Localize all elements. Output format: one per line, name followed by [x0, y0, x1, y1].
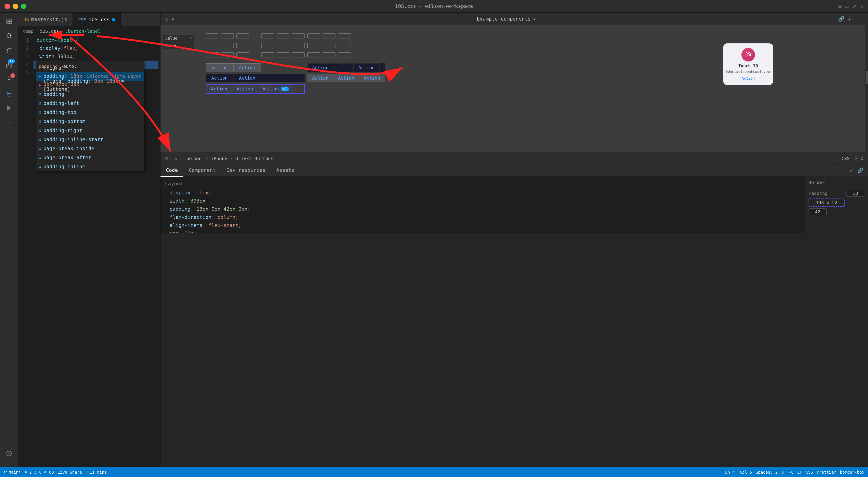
badge: 14	[8, 59, 15, 63]
action-bar-light-3-selected: Action Action Action 42	[206, 84, 305, 94]
bottom-content: Layout display: flex; width: 393px; padd…	[160, 176, 868, 233]
cursor-position[interactable]: Ln 4, Col 5	[725, 470, 752, 475]
source-control-icon[interactable]	[3, 44, 16, 57]
css-icon-ac3: ⚙	[39, 108, 41, 116]
panel-more-icon[interactable]: ···	[855, 16, 864, 22]
language-mode[interactable]: CSS	[806, 470, 813, 475]
css-icon-ac5: ⚙	[39, 126, 41, 135]
extensions-icon[interactable]: 14	[3, 58, 16, 71]
autocomplete-item-padding-inline-start[interactable]: ⚙ padding-inline-start	[36, 135, 144, 144]
bottom-panel: ◻ › ◇ › Toolbar - iPhone - 3 Text Button…	[160, 152, 868, 233]
figma-back-icon[interactable]: ◁	[165, 16, 168, 22]
copy-icon[interactable]: ⎘	[855, 155, 858, 161]
css-icon: CSS	[78, 17, 86, 22]
error-count[interactable]: ⊗ 2 △ 0 ⊙ 68	[24, 470, 54, 475]
run-debug-icon[interactable]	[3, 102, 16, 114]
dimension-box[interactable]: 393 × 22	[809, 199, 845, 207]
autocomplete-item-padding-left[interactable]: ⚙ padding-left	[36, 99, 144, 108]
design-canvas: Value ✕ Value	[160, 25, 868, 152]
svg-rect-0	[6, 19, 8, 21]
autocomplete-item-padding-top[interactable]: ⚙ padding-top	[36, 108, 144, 117]
notifications-icon[interactable]	[3, 116, 16, 129]
autocomplete-item-padding[interactable]: ⚙ padding	[36, 90, 144, 99]
svg-point-19	[4, 471, 5, 471]
css-label[interactable]: CSS	[839, 155, 852, 162]
code-editor[interactable]: 1 2 3 4 5 .button-label { display	[18, 36, 160, 477]
main-layout: 14 9 JS masterkit.	[0, 13, 868, 477]
right-light-bar: Action Action Action	[307, 74, 385, 82]
chevron-down-icon[interactable]: ▾	[533, 16, 536, 22]
titlebar: iOS.css — wilson-workspace ⊞ ▭ ⤢ ✕	[0, 0, 868, 13]
svg-rect-11	[10, 66, 11, 67]
canvas-scrollbar[interactable]	[865, 25, 868, 152]
tab-masterkit[interactable]: JS masterkit.js	[18, 13, 73, 26]
minimize-button[interactable]	[13, 4, 18, 9]
line-ending[interactable]: LF	[797, 470, 802, 475]
layout-icon[interactable]: ▭	[845, 3, 848, 9]
remote-icon[interactable]	[3, 447, 16, 460]
scrollbar-thumb[interactable]	[866, 70, 868, 84]
css-icon-ac8: ⚙	[39, 153, 41, 161]
autocomplete-item-page-break-inside[interactable]: ⚙ page-break-inside	[36, 144, 144, 153]
git-branch[interactable]: main*	[4, 470, 21, 475]
tab-dev-resources[interactable]: Dev resources	[221, 164, 271, 177]
height-value[interactable]: 42	[809, 208, 827, 215]
bottom-toolbar-right: CSS ⎘ ⚙	[839, 155, 864, 162]
autocomplete-item-page-break-after[interactable]: ⚙ page-break-after	[36, 153, 144, 162]
search-icon[interactable]	[3, 29, 16, 42]
encoding[interactable]: UTF-8	[781, 470, 794, 475]
bottom-breadcrumb: ◻ › ◇ › Toolbar - iPhone - 3 Text Button…	[165, 155, 274, 161]
indentation[interactable]: Spaces: 2	[756, 470, 778, 475]
live-share[interactable]: Live Share	[57, 470, 82, 475]
link2-icon[interactable]: 🔗	[857, 168, 864, 173]
code-line-2: display : flex ;	[33, 44, 158, 53]
breadcrumb-temp: temp	[23, 28, 33, 34]
tab-component[interactable]: Component	[183, 164, 221, 177]
close-icon[interactable]: ✕	[860, 3, 864, 9]
tab-label-ios: iOS.css	[89, 17, 110, 22]
split-editor-icon[interactable]: ⊞	[838, 3, 842, 9]
panel-toolbar: ◁ ⌕ Example components ▾ 🔗 ↗ ···	[160, 13, 868, 25]
accounts-icon[interactable]: 9	[3, 73, 16, 85]
action-toolbars: Action Action Action Action Action	[206, 63, 305, 95]
expand-icon[interactable]: ⤢	[850, 168, 854, 173]
svg-point-7	[7, 51, 8, 53]
tab-assets[interactable]: Assets	[271, 164, 300, 177]
touchid-icon	[741, 48, 755, 61]
tab-label-masterkit: masterkit.js	[31, 17, 67, 22]
figma-icon[interactable]	[3, 87, 16, 100]
autocomplete-item-padding-right[interactable]: ⚙ padding-right	[36, 126, 144, 135]
settings2-icon[interactable]: ⚙	[861, 155, 864, 161]
search-panel-icon[interactable]: ⌕	[172, 16, 175, 22]
prettier-label[interactable]: Prettier	[817, 470, 836, 475]
resize-icon[interactable]: ⤢	[852, 3, 857, 9]
autocomplete-dropdown[interactable]: padding: auto; ◈ (Figma) padding: 13px 0…	[36, 61, 144, 171]
touchid-title: Touch ID	[739, 63, 758, 68]
selected-action-1: Action	[206, 85, 232, 93]
touchid-action[interactable]: Action	[742, 76, 755, 81]
layers-icon[interactable]: ◻	[165, 155, 168, 161]
r-light-3: Action	[359, 74, 385, 82]
right-panel: ◁ ⌕ Example components ▾ 🔗 ↗ ···	[160, 13, 868, 477]
bottom-tabs-bar: Code Component Dev resources Assets ⤢	[160, 165, 868, 176]
autocomplete-item-padding-bottom[interactable]: ⚙ padding-bottom	[36, 117, 144, 126]
autocomplete-item-padding-inline[interactable]: ⚙ padding-inline	[36, 162, 144, 171]
value-panel: Value ✕ Value	[163, 34, 194, 49]
css-icon-ac9: ⚙	[39, 162, 41, 171]
window-controls[interactable]	[4, 4, 26, 9]
tab-code[interactable]: Code	[160, 164, 183, 177]
link-icon[interactable]: 🔗	[838, 16, 844, 22]
svg-point-12	[8, 77, 10, 79]
tab-bar: JS masterkit.js CSS iOS.css	[18, 13, 160, 26]
component-path-icon[interactable]: ◇	[174, 155, 177, 161]
dark-action-1: Action	[206, 74, 233, 82]
close-button[interactable]	[4, 4, 10, 9]
code-line-3: width : 393px ;	[33, 53, 158, 61]
maximize-button[interactable]	[21, 4, 26, 9]
window-title: iOS.css — wilson-workspace	[395, 3, 473, 9]
padding-value[interactable]: 13	[846, 190, 864, 197]
tab-ios-css[interactable]: CSS iOS.css	[73, 13, 121, 26]
explorer-icon[interactable]	[3, 15, 16, 28]
autocomplete-item-1[interactable]: ◈ (Figma) padding: 0px 16px;= [Buttons]	[36, 81, 144, 90]
open-external-icon[interactable]: ↗	[848, 16, 851, 22]
